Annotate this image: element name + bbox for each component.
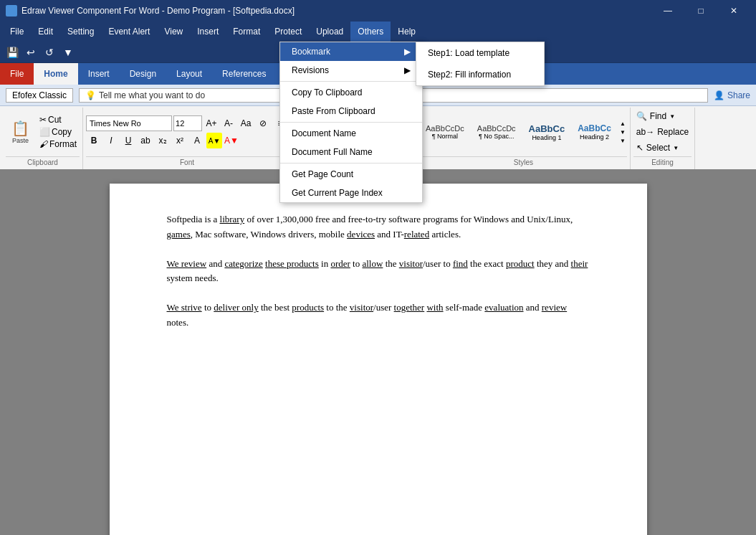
- style-normal[interactable]: AaBbCcDc ¶ Normal: [420, 121, 470, 143]
- editing-label: Editing: [633, 156, 692, 168]
- find-label: Find: [650, 111, 666, 121]
- menu-insert[interactable]: Insert: [190, 22, 226, 42]
- paragraph-3: We strive to deliver only the best produ…: [167, 300, 590, 331]
- paste-clipboard-label: Paste From Clipboard: [292, 106, 375, 116]
- menu-item-get-current-page-index[interactable]: Get Current Page Index: [280, 184, 422, 202]
- clear-formatting-button[interactable]: ⊘: [255, 115, 271, 131]
- menu-item-document-full-name[interactable]: Document Full Name: [280, 143, 422, 161]
- styles-scroll-down[interactable]: ▼: [618, 128, 627, 136]
- font-label: Font: [86, 156, 288, 168]
- step1-label: Step1: Load template: [428, 48, 509, 58]
- bookmark-submenu: Step1: Load template Step2: Fill informa…: [416, 42, 545, 86]
- menu-format[interactable]: Format: [226, 22, 267, 42]
- menu-item-document-name[interactable]: Document Name: [280, 124, 422, 143]
- tab-design[interactable]: Design: [120, 63, 166, 85]
- tab-layout[interactable]: Layout: [166, 63, 212, 85]
- lightbulb-icon: 💡: [85, 90, 96, 100]
- styles-scroll: ▲ ▼ ▼: [618, 120, 627, 145]
- menu-item-paste-clipboard[interactable]: Paste From Clipboard: [280, 102, 422, 120]
- menu-setting[interactable]: Setting: [60, 22, 101, 42]
- paste-button[interactable]: 📋 Paste: [6, 110, 35, 153]
- copy-label: Copy: [52, 127, 72, 137]
- select-button[interactable]: ↖ Select ▼: [633, 141, 692, 154]
- tab-insert[interactable]: Insert: [78, 63, 120, 85]
- menu-view[interactable]: View: [157, 22, 190, 42]
- text-highlight-button[interactable]: A▼: [206, 133, 222, 148]
- subscript-button[interactable]: x₂: [155, 133, 171, 148]
- tell-me-text: Tell me what you want to do: [99, 90, 205, 100]
- menu-item-copy-clipboard[interactable]: Copy To Clipboard: [280, 83, 422, 102]
- strikethrough-button[interactable]: ab: [138, 133, 153, 148]
- maximize-button[interactable]: □: [684, 0, 717, 22]
- menu-separator-3: [280, 163, 422, 164]
- tab-home[interactable]: Home: [34, 63, 77, 85]
- text-effects-button[interactable]: A: [189, 133, 205, 148]
- get-page-count-label: Get Page Count: [292, 169, 353, 179]
- paste-icon: 📋: [11, 120, 29, 137]
- menu-item-bookmark[interactable]: Bookmark ▶: [280, 42, 422, 61]
- document-page: Softpedia is a library of over 1,300,000…: [110, 184, 647, 535]
- menu-item-get-page-count[interactable]: Get Page Count: [280, 165, 422, 184]
- editing-controls: 🔍 Find ▼ ab→ Replace ↖ Select ▼: [633, 109, 692, 155]
- close-button[interactable]: ✕: [717, 0, 750, 22]
- efofex-classic-button[interactable]: Efofex Classic: [6, 88, 73, 103]
- increase-font-button[interactable]: A+: [204, 115, 219, 131]
- style-heading2[interactable]: AaBbCc Heading 2: [572, 120, 617, 143]
- decrease-font-button[interactable]: A-: [221, 115, 236, 131]
- select-label: Select: [646, 143, 670, 153]
- share-button[interactable]: 👤 Share: [714, 90, 750, 100]
- font-group: A+ A- Aa ⊘ ≡ B I U ab x₂ x² A A▼: [83, 108, 292, 169]
- submenu-item-step2[interactable]: Step2: Fill information: [416, 64, 544, 85]
- italic-button[interactable]: I: [103, 133, 119, 148]
- bookmark-label: Bookmark: [292, 47, 330, 57]
- cursor-icon: ↖: [636, 143, 643, 153]
- format-painter-button[interactable]: 🖌 Format: [37, 138, 80, 150]
- format-painter-label: Format: [49, 139, 77, 149]
- document-area: Softpedia is a library of over 1,300,000…: [0, 169, 756, 535]
- menu-upload[interactable]: Upload: [309, 22, 350, 42]
- tab-file[interactable]: File: [0, 63, 34, 85]
- menu-file[interactable]: File: [3, 22, 31, 42]
- bold-button[interactable]: B: [86, 133, 102, 148]
- clipboard-label: Clipboard: [6, 156, 80, 168]
- menu-edit[interactable]: Edit: [31, 22, 60, 42]
- styles-label: Styles: [420, 156, 627, 168]
- save-qa-button[interactable]: 💾: [4, 44, 20, 60]
- style-no-spacing[interactable]: AaBbCcDc ¶ No Spac...: [472, 121, 522, 143]
- underline-button[interactable]: U: [120, 133, 136, 148]
- editing-group: 🔍 Find ▼ ab→ Replace ↖ Select ▼ Editin: [631, 108, 695, 169]
- change-case-button[interactable]: Aa: [238, 115, 254, 131]
- menu-event-alert[interactable]: Event Alert: [101, 22, 157, 42]
- tab-references[interactable]: References: [212, 63, 276, 85]
- styles-scroll-up[interactable]: ▲: [618, 120, 627, 128]
- replace-icon: ab→: [636, 127, 654, 137]
- revisions-label: Revisions: [292, 65, 329, 75]
- replace-button[interactable]: ab→ Replace: [633, 126, 692, 138]
- menu-help[interactable]: Help: [391, 22, 423, 42]
- quick-access-dropdown[interactable]: ▼: [60, 44, 76, 60]
- menu-others[interactable]: Others: [350, 22, 391, 42]
- styles-expand[interactable]: ▼: [618, 137, 627, 145]
- font-name-input[interactable]: [86, 115, 172, 131]
- menu-separator-1: [280, 81, 422, 82]
- replace-label: Replace: [657, 127, 689, 137]
- undo-button[interactable]: ↩: [23, 44, 39, 60]
- style-heading1[interactable]: AaBbCc Heading 1: [523, 120, 571, 144]
- others-dropdown-menu: Bookmark ▶ Revisions ▶ Copy To Clipboard…: [279, 42, 423, 203]
- step2-label: Step2: Fill information: [428, 70, 511, 80]
- redo-button[interactable]: ↺: [42, 44, 57, 60]
- cut-copy-format-group: ✂ Cut ⬜ Copy 🖌 Format: [37, 114, 80, 150]
- share-label: Share: [727, 90, 750, 100]
- font-size-input[interactable]: [173, 115, 202, 131]
- menu-item-revisions[interactable]: Revisions ▶: [280, 61, 422, 80]
- find-button[interactable]: 🔍 Find ▼: [633, 110, 692, 123]
- font-color-button[interactable]: A▼: [224, 133, 239, 148]
- document-name-label: Document Name: [292, 128, 356, 138]
- minimize-button[interactable]: —: [651, 0, 684, 22]
- person-icon: 👤: [714, 90, 724, 100]
- menu-protect[interactable]: Protect: [267, 22, 309, 42]
- submenu-item-step1[interactable]: Step1: Load template: [416, 42, 544, 64]
- copy-button[interactable]: ⬜ Copy: [37, 126, 80, 138]
- cut-button[interactable]: ✂ Cut: [37, 114, 80, 126]
- superscript-button[interactable]: x²: [172, 133, 188, 148]
